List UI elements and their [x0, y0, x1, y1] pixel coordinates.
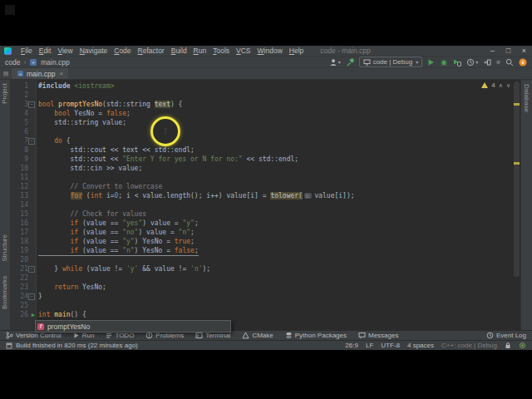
- code-line[interactable]: std::cout << "Enter Y for yes or N for n…: [38, 155, 513, 164]
- gutter[interactable]: 123−4567−89101112131415161718192021−2223…: [11, 80, 37, 330]
- menu-help[interactable]: Help: [286, 47, 307, 55]
- project-stripe-icon[interactable]: ▤: [2, 70, 10, 77]
- tab-main-cpp[interactable]: + main.cpp ×: [12, 68, 68, 79]
- run-coverage-button[interactable]: [453, 58, 461, 66]
- caret-position[interactable]: 26:9: [345, 342, 358, 349]
- line-number[interactable]: 19: [11, 246, 36, 255]
- editor[interactable]: #include <iostream>bool promptYesNo(std:…: [37, 80, 513, 330]
- stripe-database[interactable]: Database: [523, 84, 530, 112]
- toolwindow-problems[interactable]: Problems: [145, 332, 184, 339]
- code-line[interactable]: do {: [38, 136, 513, 145]
- lock-icon[interactable]: [505, 342, 511, 349]
- code-line[interactable]: int main() {: [38, 310, 513, 319]
- attach-process-button[interactable]: [483, 58, 491, 66]
- line-number[interactable]: 14: [11, 200, 36, 209]
- run-button[interactable]: [427, 58, 435, 66]
- line-number[interactable]: 7−: [11, 136, 36, 145]
- line-number[interactable]: 13: [11, 191, 36, 200]
- stripe-project[interactable]: Project: [1, 83, 8, 104]
- menu-run[interactable]: Run: [190, 47, 210, 55]
- line-number[interactable]: 26▶: [11, 310, 36, 319]
- menu-vcs[interactable]: VCS: [233, 47, 254, 55]
- maximize-button[interactable]: □: [500, 46, 516, 57]
- line-number[interactable]: 23: [11, 283, 36, 292]
- line-number[interactable]: 4: [11, 109, 36, 118]
- line-number[interactable]: 24−: [11, 292, 36, 301]
- indexing-status-icon[interactable]: [519, 342, 526, 349]
- profiler-button[interactable]: ▾: [466, 58, 478, 66]
- status-message[interactable]: Build finished in 820 ms (22 minutes ago…: [16, 342, 138, 349]
- fold-icon[interactable]: −: [28, 101, 35, 108]
- code-line[interactable]: if (value == "no") value = "n";: [38, 228, 513, 237]
- line-number[interactable]: 5: [11, 118, 36, 127]
- prev-warning-icon[interactable]: ∧: [499, 82, 503, 89]
- code-line[interactable]: [38, 91, 513, 100]
- event-log-button[interactable]: Event Log: [486, 332, 526, 339]
- code-line[interactable]: // Check for values: [38, 209, 513, 219]
- code-line[interactable]: }: [38, 292, 513, 301]
- fold-icon[interactable]: −: [28, 266, 35, 273]
- toolwindow-messages[interactable]: Messages: [358, 332, 398, 339]
- menu-window[interactable]: Window: [254, 47, 286, 55]
- code-line[interactable]: [38, 127, 513, 136]
- highlight-stripe-mark[interactable]: [514, 162, 520, 165]
- line-number[interactable]: 15: [11, 209, 36, 219]
- toolwindow-run[interactable]: Run: [73, 332, 95, 339]
- line-number[interactable]: 11: [11, 173, 36, 182]
- line-number[interactable]: 1: [11, 81, 36, 91]
- menu-edit[interactable]: Edit: [36, 47, 55, 55]
- line-number[interactable]: 22: [11, 273, 36, 283]
- run-config-select[interactable]: code | Debug ▾: [359, 57, 422, 67]
- code-line[interactable]: [38, 301, 513, 310]
- stop-button[interactable]: ■: [496, 58, 500, 66]
- debug-button[interactable]: [440, 58, 448, 66]
- code-line[interactable]: } while (value != 'y' && value != 'n');: [38, 264, 513, 273]
- next-warning-icon[interactable]: ∨: [506, 82, 510, 89]
- close-tab-icon[interactable]: ×: [60, 70, 64, 77]
- toolwindow-version-control[interactable]: Version Control: [6, 332, 62, 339]
- code-line[interactable]: [38, 173, 513, 182]
- line-number[interactable]: 10: [11, 164, 36, 173]
- file-encoding[interactable]: UTF-8: [381, 342, 400, 349]
- code-line[interactable]: for (int i=0; i < value.length(); i++) v…: [38, 191, 513, 200]
- line-number[interactable]: 25: [11, 301, 36, 310]
- highlight-stripe-mark[interactable]: [514, 103, 520, 106]
- line-number[interactable]: 16: [11, 219, 36, 228]
- line-number[interactable]: 2: [11, 91, 36, 100]
- user-account-icon[interactable]: ▾: [329, 58, 341, 66]
- code-line[interactable]: bool YesNo = false;: [38, 109, 513, 118]
- run-gutter-icon[interactable]: ▶: [32, 312, 35, 318]
- code-line[interactable]: return YesNo;: [38, 283, 513, 292]
- code-line[interactable]: [38, 200, 513, 209]
- stripe-structure[interactable]: Structure: [1, 234, 8, 261]
- toolwindow-python-packages[interactable]: Python Packages: [285, 332, 347, 339]
- line-number[interactable]: 17: [11, 228, 36, 237]
- breadcrumb-project[interactable]: code: [5, 58, 20, 66]
- resolve-context[interactable]: C++: code | Debug: [441, 342, 497, 349]
- menu-refactor[interactable]: Refactor: [135, 47, 168, 55]
- line-number[interactable]: 6: [11, 127, 36, 136]
- editor-scrollbar[interactable]: [513, 80, 520, 330]
- update-available-icon[interactable]: [519, 58, 527, 66]
- search-everywhere-icon[interactable]: [505, 58, 514, 66]
- toolwindow-terminal[interactable]: Terminal: [195, 332, 230, 339]
- inspections-widget[interactable]: 4 ∧ ∨: [481, 81, 510, 89]
- fold-icon[interactable]: −: [28, 138, 35, 145]
- toolwindow-cmake[interactable]: CMake: [242, 332, 273, 339]
- code-line[interactable]: bool promptYesNo(std::string text) {: [38, 100, 513, 109]
- scrollbar-thumb[interactable]: [514, 81, 520, 277]
- completion-item[interactable]: f promptYesNo: [37, 322, 229, 331]
- menu-build[interactable]: Build: [168, 47, 190, 55]
- menu-file[interactable]: File: [17, 47, 36, 55]
- line-number[interactable]: 9: [11, 155, 36, 164]
- line-number[interactable]: 8: [11, 145, 36, 155]
- toolwindow-toggle-icon[interactable]: [6, 342, 12, 349]
- code-line[interactable]: // Convert to lowercase: [38, 182, 513, 191]
- code-line[interactable]: if (value == "n") YesNo = false;: [38, 246, 513, 255]
- menu-view[interactable]: View: [54, 47, 76, 55]
- code-line[interactable]: [38, 255, 513, 264]
- code-line[interactable]: if (value == "yes") value = "y";: [38, 219, 513, 228]
- code-line[interactable]: #include <iostream>: [38, 81, 513, 91]
- code-line[interactable]: std::cin >> value;: [38, 164, 513, 173]
- menu-navigate[interactable]: Navigate: [76, 47, 111, 55]
